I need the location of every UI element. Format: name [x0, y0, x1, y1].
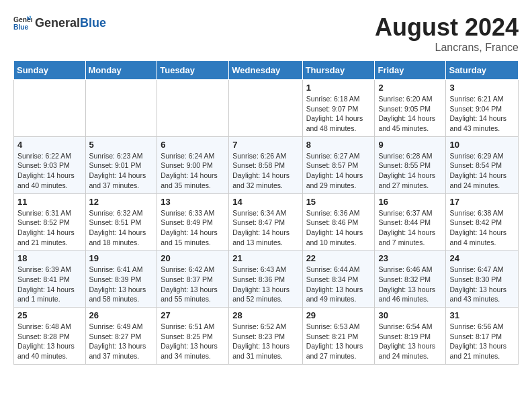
day-number: 8: [306, 140, 371, 150]
day-info: Sunrise: 6:32 AM Sunset: 8:51 PM Dayligh…: [89, 208, 154, 248]
day-info: Sunrise: 6:21 AM Sunset: 9:04 PM Dayligh…: [449, 94, 515, 134]
day-info: Sunrise: 6:39 AM Sunset: 8:41 PM Dayligh…: [17, 265, 82, 304]
day-cell: [14, 80, 86, 137]
col-header-sunday: Sunday: [14, 61, 86, 80]
logo: General Blue GeneralBlue: [13, 13, 106, 32]
day-cell: 27Sunrise: 6:51 AM Sunset: 8:25 PM Dayli…: [157, 308, 229, 365]
day-info: Sunrise: 6:48 AM Sunset: 8:28 PM Dayligh…: [17, 322, 82, 361]
day-number: 9: [378, 140, 442, 150]
week-row-4: 18Sunrise: 6:39 AM Sunset: 8:41 PM Dayli…: [14, 250, 519, 308]
day-info: Sunrise: 6:47 AM Sunset: 8:30 PM Dayligh…: [449, 265, 515, 304]
col-header-monday: Monday: [85, 61, 157, 80]
week-row-3: 11Sunrise: 6:31 AM Sunset: 8:52 PM Dayli…: [14, 193, 519, 250]
day-number: 17: [449, 197, 515, 207]
day-cell: 13Sunrise: 6:33 AM Sunset: 8:49 PM Dayli…: [157, 193, 229, 250]
day-number: 21: [232, 253, 298, 263]
header-row: SundayMondayTuesdayWednesdayThursdayFrid…: [14, 61, 519, 80]
day-number: 2: [378, 83, 442, 93]
day-cell: 19Sunrise: 6:41 AM Sunset: 8:39 PM Dayli…: [85, 250, 157, 308]
week-row-1: 1Sunrise: 6:18 AM Sunset: 9:07 PM Daylig…: [14, 80, 519, 137]
day-number: 20: [161, 253, 225, 263]
calendar-table: SundayMondayTuesdayWednesdayThursdayFrid…: [13, 60, 519, 365]
day-cell: 20Sunrise: 6:42 AM Sunset: 8:37 PM Dayli…: [157, 250, 229, 308]
day-cell: 1Sunrise: 6:18 AM Sunset: 9:07 PM Daylig…: [302, 80, 375, 137]
col-header-thursday: Thursday: [302, 61, 375, 80]
day-number: 23: [378, 253, 442, 263]
day-info: Sunrise: 6:43 AM Sunset: 8:36 PM Dayligh…: [232, 265, 298, 304]
col-header-friday: Friday: [375, 61, 446, 80]
day-number: 3: [449, 83, 515, 93]
col-header-tuesday: Tuesday: [157, 61, 229, 80]
day-number: 28: [232, 310, 298, 320]
day-cell: 2Sunrise: 6:20 AM Sunset: 9:05 PM Daylig…: [375, 80, 446, 137]
day-cell: 23Sunrise: 6:46 AM Sunset: 8:32 PM Dayli…: [375, 250, 446, 308]
day-info: Sunrise: 6:52 AM Sunset: 8:23 PM Dayligh…: [232, 322, 298, 361]
day-number: 11: [17, 197, 82, 207]
day-cell: 29Sunrise: 6:53 AM Sunset: 8:21 PM Dayli…: [302, 308, 375, 365]
day-cell: 31Sunrise: 6:56 AM Sunset: 8:17 PM Dayli…: [446, 308, 519, 365]
day-info: Sunrise: 6:20 AM Sunset: 9:05 PM Dayligh…: [378, 94, 442, 134]
logo-blue-text: Blue: [80, 16, 106, 30]
day-number: 22: [306, 253, 371, 263]
day-info: Sunrise: 6:28 AM Sunset: 8:55 PM Dayligh…: [378, 151, 442, 191]
logo-icon: General Blue: [13, 13, 32, 32]
day-info: Sunrise: 6:41 AM Sunset: 8:39 PM Dayligh…: [89, 265, 154, 304]
day-number: 18: [17, 253, 82, 263]
day-info: Sunrise: 6:56 AM Sunset: 8:17 PM Dayligh…: [449, 322, 515, 361]
day-number: 29: [306, 310, 371, 320]
day-cell: 17Sunrise: 6:38 AM Sunset: 8:42 PM Dayli…: [446, 193, 519, 250]
week-row-5: 25Sunrise: 6:48 AM Sunset: 8:28 PM Dayli…: [14, 308, 519, 365]
day-cell: 7Sunrise: 6:26 AM Sunset: 8:58 PM Daylig…: [229, 136, 302, 193]
day-info: Sunrise: 6:46 AM Sunset: 8:32 PM Dayligh…: [378, 265, 442, 304]
day-number: 24: [449, 253, 515, 263]
day-cell: 30Sunrise: 6:54 AM Sunset: 8:19 PM Dayli…: [375, 308, 446, 365]
day-info: Sunrise: 6:24 AM Sunset: 9:00 PM Dayligh…: [161, 151, 225, 191]
day-cell: 16Sunrise: 6:37 AM Sunset: 8:44 PM Dayli…: [375, 193, 446, 250]
day-cell: 28Sunrise: 6:52 AM Sunset: 8:23 PM Dayli…: [229, 308, 302, 365]
day-info: Sunrise: 6:29 AM Sunset: 8:54 PM Dayligh…: [449, 151, 515, 191]
day-cell: 9Sunrise: 6:28 AM Sunset: 8:55 PM Daylig…: [375, 136, 446, 193]
day-number: 6: [161, 140, 225, 150]
col-header-wednesday: Wednesday: [229, 61, 302, 80]
day-info: Sunrise: 6:49 AM Sunset: 8:27 PM Dayligh…: [89, 322, 154, 361]
day-cell: [229, 80, 302, 137]
day-number: 12: [89, 197, 154, 207]
day-number: 30: [378, 310, 442, 320]
day-cell: [157, 80, 229, 137]
day-number: 13: [161, 197, 225, 207]
day-info: Sunrise: 6:33 AM Sunset: 8:49 PM Dayligh…: [161, 208, 225, 248]
day-cell: 11Sunrise: 6:31 AM Sunset: 8:52 PM Dayli…: [14, 193, 86, 250]
day-info: Sunrise: 6:54 AM Sunset: 8:19 PM Dayligh…: [378, 322, 442, 361]
day-cell: 6Sunrise: 6:24 AM Sunset: 9:00 PM Daylig…: [157, 136, 229, 193]
title-area: August 2024 Lancrans, France: [375, 13, 519, 54]
day-cell: [85, 80, 157, 137]
day-number: 1: [306, 83, 371, 93]
day-info: Sunrise: 6:18 AM Sunset: 9:07 PM Dayligh…: [306, 94, 371, 134]
week-row-2: 4Sunrise: 6:22 AM Sunset: 9:03 PM Daylig…: [14, 136, 519, 193]
day-cell: 3Sunrise: 6:21 AM Sunset: 9:04 PM Daylig…: [446, 80, 519, 137]
day-number: 4: [17, 140, 82, 150]
day-info: Sunrise: 6:51 AM Sunset: 8:25 PM Dayligh…: [161, 322, 225, 361]
day-cell: 4Sunrise: 6:22 AM Sunset: 9:03 PM Daylig…: [14, 136, 86, 193]
day-number: 26: [89, 310, 154, 320]
day-number: 25: [17, 310, 82, 320]
day-info: Sunrise: 6:37 AM Sunset: 8:44 PM Dayligh…: [378, 208, 442, 248]
day-cell: 21Sunrise: 6:43 AM Sunset: 8:36 PM Dayli…: [229, 250, 302, 308]
day-info: Sunrise: 6:31 AM Sunset: 8:52 PM Dayligh…: [17, 208, 82, 248]
day-cell: 5Sunrise: 6:23 AM Sunset: 9:01 PM Daylig…: [85, 136, 157, 193]
day-cell: 22Sunrise: 6:44 AM Sunset: 8:34 PM Dayli…: [302, 250, 375, 308]
day-cell: 10Sunrise: 6:29 AM Sunset: 8:54 PM Dayli…: [446, 136, 519, 193]
day-info: Sunrise: 6:23 AM Sunset: 9:01 PM Dayligh…: [89, 151, 154, 191]
day-info: Sunrise: 6:42 AM Sunset: 8:37 PM Dayligh…: [161, 265, 225, 304]
day-number: 15: [306, 197, 371, 207]
day-cell: 26Sunrise: 6:49 AM Sunset: 8:27 PM Dayli…: [85, 308, 157, 365]
day-cell: 12Sunrise: 6:32 AM Sunset: 8:51 PM Dayli…: [85, 193, 157, 250]
header: General Blue GeneralBlue August 2024 Lan…: [13, 13, 519, 54]
day-cell: 15Sunrise: 6:36 AM Sunset: 8:46 PM Dayli…: [302, 193, 375, 250]
day-cell: 25Sunrise: 6:48 AM Sunset: 8:28 PM Dayli…: [14, 308, 86, 365]
col-header-saturday: Saturday: [446, 61, 519, 80]
day-cell: 24Sunrise: 6:47 AM Sunset: 8:30 PM Dayli…: [446, 250, 519, 308]
day-number: 31: [449, 310, 515, 320]
day-number: 16: [378, 197, 442, 207]
day-cell: 18Sunrise: 6:39 AM Sunset: 8:41 PM Dayli…: [14, 250, 86, 308]
